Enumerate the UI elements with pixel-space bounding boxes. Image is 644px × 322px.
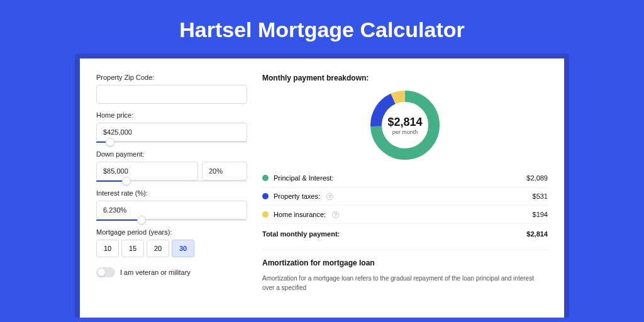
rate-slider[interactable]: [96, 219, 247, 221]
legend-label: Principal & Interest:: [274, 174, 333, 182]
info-icon[interactable]: ?: [326, 193, 333, 200]
donut-sub: per month: [392, 129, 418, 135]
period-10[interactable]: 10: [96, 240, 119, 257]
total-amount: $2,814: [526, 230, 548, 238]
period-label: Mortgage period (years):: [96, 228, 247, 236]
zip-label: Property Zip Code:: [96, 74, 247, 81]
breakdown-panel: Monthly payment breakdown: $2,814 per mo…: [262, 74, 548, 303]
legend-label: Home insurance:: [274, 211, 326, 218]
legend-dot: [262, 211, 269, 218]
page-title: Hartsel Mortgage Calculator: [0, 0, 644, 53]
amort-title: Amortization for mortgage loan: [262, 258, 548, 267]
legend-dot: [262, 193, 269, 199]
veteran-toggle[interactable]: [96, 267, 115, 277]
donut-amount: $2,814: [387, 116, 422, 129]
price-slider[interactable]: [96, 142, 247, 143]
period-30[interactable]: 30: [172, 240, 194, 257]
amort-body: Amortization for a mortgage loan refers …: [262, 274, 548, 292]
legend-row: Principal & Interest:$2,089: [262, 169, 548, 187]
donut-chart: $2,814 per month: [367, 87, 443, 163]
rate-label: Interest rate (%):: [96, 189, 247, 197]
period-group: 10152030: [96, 240, 247, 257]
legend-label: Property taxes:: [274, 192, 320, 200]
veteran-label: I am veteran or military: [120, 269, 191, 276]
total-label: Total monthly payment:: [262, 230, 340, 238]
period-20[interactable]: 20: [147, 240, 169, 257]
legend-amount: $194: [533, 211, 548, 218]
legend-row: Property taxes:?$531: [262, 187, 548, 206]
down-input[interactable]: [96, 162, 198, 180]
down-label: Down payment:: [96, 150, 247, 158]
legend-amount: $531: [533, 192, 548, 200]
info-icon[interactable]: ?: [332, 211, 339, 218]
down-slider[interactable]: [96, 180, 247, 182]
legend-amount: $2,089: [526, 174, 548, 182]
price-label: Home price:: [96, 111, 247, 119]
zip-input[interactable]: [96, 85, 247, 104]
breakdown-title: Monthly payment breakdown:: [262, 74, 548, 82]
toggle-knob: [97, 269, 105, 276]
calculator-card: Property Zip Code: Home price: Down paym…: [75, 53, 569, 318]
legend-row: Home insurance:?$194: [262, 206, 548, 224]
period-15[interactable]: 15: [121, 240, 144, 257]
rate-input[interactable]: [96, 201, 247, 219]
price-input[interactable]: [96, 123, 247, 142]
form-panel: Property Zip Code: Home price: Down paym…: [96, 74, 247, 303]
down-pct-input[interactable]: [202, 162, 247, 180]
legend-dot: [262, 175, 269, 181]
